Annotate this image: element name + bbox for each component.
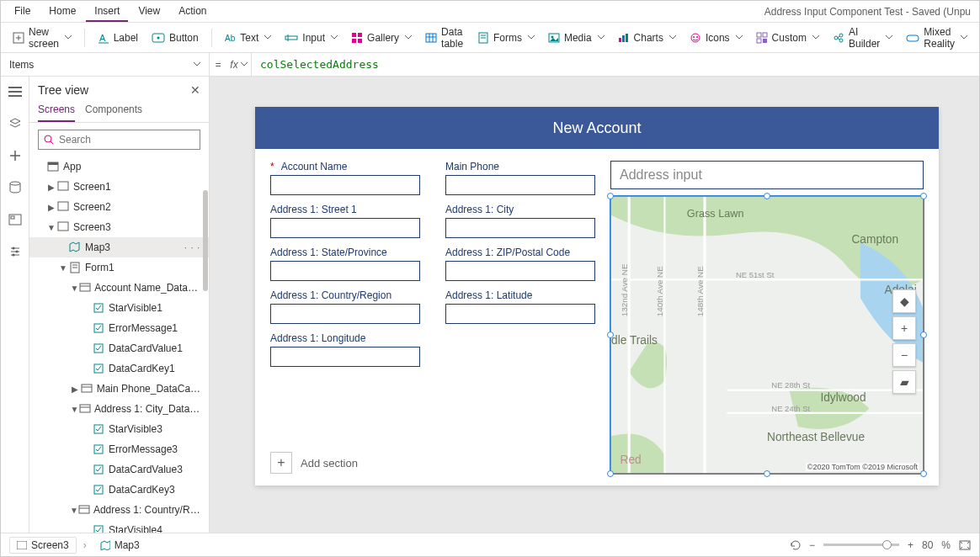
button-icon [152,33,165,43]
menu-action[interactable]: Action [170,2,215,22]
menu-view[interactable]: View [130,2,168,22]
chevron-icon[interactable]: ▶ [46,183,56,192]
tree-item[interactable]: ▶Screen2 [29,197,209,217]
tree-item[interactable]: DataCardKey3 [29,480,209,500]
field-input[interactable] [445,261,595,281]
tree-item[interactable]: ▼Account Name_DataCard1 [29,278,209,298]
tree-item-icon [56,201,70,213]
chevron-icon[interactable]: ▼ [46,223,56,232]
tree-item[interactable]: ▶Screen1 [29,177,209,197]
data-table-button[interactable]: Data table [420,23,469,53]
forms-button[interactable]: Forms [472,29,540,47]
media-button[interactable]: Media [543,29,610,47]
tree-item[interactable]: ErrorMessage3 [29,439,209,459]
undo-icon[interactable] [789,539,801,551]
media-rail-icon[interactable] [5,210,25,230]
field-input[interactable] [270,261,420,281]
tree-item[interactable]: StarVisible1 [29,298,209,318]
label-button[interactable]: A Label [93,29,143,47]
more-icon[interactable]: · · · [184,243,204,252]
tools-icon[interactable] [5,241,25,262]
chevron-icon[interactable]: ▼ [58,263,68,273]
tree-item[interactable]: Map3· · · [29,237,209,257]
field-input[interactable] [270,304,420,324]
svg-text:A: A [99,33,106,43]
tree-item[interactable]: StarVisible3 [29,419,209,439]
menu-home[interactable]: Home [40,2,84,22]
breadcrumb-screen-label: Screen3 [31,539,69,551]
tree-item-label: StarVisible3 [109,423,162,435]
data-icon[interactable] [5,178,25,198]
add-icon[interactable] [5,146,25,166]
map-locate-button[interactable]: ◆ [892,289,916,313]
formula-input[interactable]: colSelectedAddress [252,58,979,71]
svg-line-36 [838,36,839,38]
close-icon[interactable]: ✕ [190,83,200,97]
tree-item[interactable]: StarVisible4 [29,520,209,533]
tree-item[interactable]: ▶Main Phone_DataCard1 [29,379,209,399]
layers-icon[interactable] [5,114,25,134]
breadcrumb-screen[interactable]: Screen3 [9,537,77,554]
gallery-button[interactable]: Gallery [346,29,417,47]
bottom-bar: Screen3 › Map3 − + 80 % [1,533,979,556]
button-button[interactable]: Button [146,29,204,47]
field-input[interactable] [270,175,420,195]
icons-button[interactable]: Icons [684,29,748,47]
new-screen-button[interactable]: New screen [8,23,77,53]
chevron-icon[interactable]: ▶ [70,385,80,394]
tree-item[interactable]: ▼Address 1: Country/Region_DataCard [29,500,209,520]
field-input[interactable] [270,347,420,367]
address-input[interactable]: Address input [610,161,924,189]
search-input[interactable] [59,134,194,146]
tree-item-label: Form1 [85,262,115,273]
tree-search[interactable] [38,130,200,150]
tree-item[interactable]: DataCardKey1 [29,358,209,379]
property-selector[interactable]: Items [1,53,210,76]
tree-item[interactable]: ▼Address 1: City_DataCard1 [29,399,209,419]
text-button[interactable]: Ab Text [219,29,276,47]
chevron-icon[interactable]: ▶ [46,203,56,212]
scrollbar-thumb[interactable] [203,190,208,291]
menu-insert[interactable]: Insert [86,2,128,22]
map-pitch-button[interactable]: ▰ [892,370,916,394]
field-input[interactable] [445,175,595,195]
field-input[interactable] [445,218,595,238]
canvas[interactable]: New Account *Account NameAddress 1: Stre… [210,77,979,533]
chevron-down-icon [669,35,676,40]
custom-label: Custom [772,32,807,44]
svg-rect-11 [358,33,362,37]
map-zoom-in-button[interactable]: + [892,316,916,340]
input-button[interactable]: Input [280,29,343,47]
tree-item[interactable]: ▼Screen3 [29,217,209,237]
tree-item[interactable]: ▼Form1 [29,257,209,278]
chevron-icon[interactable]: ▼ [70,405,79,414]
tree-item[interactable]: DataCardValue1 [29,338,209,358]
zoom-out-button[interactable]: − [809,539,815,551]
map-control[interactable]: Grass Lawn Campton Adelai dle Trails Idy… [610,196,924,474]
tree-item[interactable]: DataCardValue3 [29,459,209,480]
map-zoom-out-button[interactable]: − [892,343,916,367]
add-section[interactable]: + Add section [270,452,358,474]
new-screen-label: New screen [29,26,59,50]
field-input[interactable] [445,304,595,324]
charts-button[interactable]: Charts [613,29,681,47]
tab-components[interactable]: Components [85,100,142,122]
svg-point-27 [693,36,695,38]
tab-screens[interactable]: Screens [38,100,75,122]
zoom-in-button[interactable]: + [908,539,913,551]
chevron-icon[interactable]: ▼ [70,506,78,515]
field-label: *Account Name [270,161,420,172]
tree-item[interactable]: ErrorMessage1 [29,318,209,338]
custom-icon [756,32,768,44]
menu-file[interactable]: File [6,2,39,22]
ai-builder-button[interactable]: AI Builder [828,23,897,53]
fit-icon[interactable] [959,540,971,550]
tree-app[interactable]: App [29,156,209,177]
tree-view-toggle[interactable] [5,82,25,102]
breadcrumb-map[interactable]: Map3 [93,538,146,553]
zoom-slider[interactable] [823,544,899,546]
chevron-icon[interactable]: ▼ [70,284,79,293]
custom-button[interactable]: Custom [751,29,824,47]
field-input[interactable] [270,218,420,238]
mixed-reality-button[interactable]: Mixed Reality [901,23,972,53]
